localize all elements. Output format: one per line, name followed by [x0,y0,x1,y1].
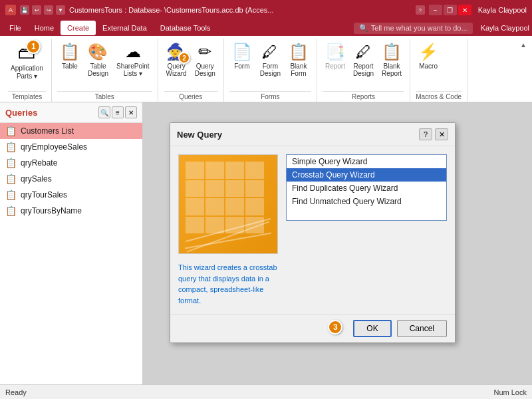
ribbon-collapse-area: ▲ [517,39,529,102]
macros-group-label: Macros & Code [416,91,462,102]
report-btn[interactable]: 📑 Report [323,41,348,71]
grid-cell [186,198,204,215]
preview-lines [179,227,277,253]
dialog-close-btn[interactable]: ✕ [435,128,448,140]
ribbon: 🗃 1 ApplicationParts ▾ Templates 📋 Table… [0,36,532,102]
table-label: Table [62,63,78,70]
table-design-btn[interactable]: 🎨 TableDesign [85,41,111,78]
sidebar-item-sales[interactable]: 📋 qrySales [0,171,142,187]
close-btn[interactable]: ✕ [458,5,471,15]
user-name: Kayla Claypool [478,6,527,14]
menu-external-data[interactable]: External Data [96,21,154,35]
report-label: Report [325,63,345,70]
form-design-icon: 🖊 [262,43,278,61]
reports-group-label: Reports [323,91,404,102]
sidebar-nav-btn[interactable]: ≡ [112,106,124,118]
ribbon-group-forms: 📄 Form 🖊 FormDesign 📋 BlankForm Forms [224,39,317,102]
table-design-label: TableDesign [88,63,108,77]
blank-form-btn[interactable]: 📋 BlankForm [286,41,311,78]
report-design-label: ReportDesign [353,63,374,77]
minimize-btn[interactable]: − [429,5,442,15]
query-icon-6: 📋 [5,205,17,216]
dialog-list-area: Simple Query Wizard Crosstab Query Wizar… [286,154,447,306]
main-area: Queries 🔍 ≡ ✕ 📋 Customers List 📋 qryEmpl… [0,102,532,384]
table-icon: 📋 [60,43,80,61]
query-icon-4: 📋 [5,174,17,184]
menu-create[interactable]: Create [61,21,96,35]
ribbon-group-queries: 🧙 2 QueryWizard ✏ QueryDesign Queries [158,39,224,102]
report-design-icon: 🖊 [356,43,372,61]
ok-button[interactable]: OK [353,320,391,337]
grid-cell [225,198,244,215]
cancel-button[interactable]: Cancel [397,320,447,337]
sharepoint-icon: ☁ [125,43,141,61]
macro-icon: ⚡ [418,43,438,61]
query-type-find-unmatched[interactable]: Find Unmatched Query Wizard [287,195,446,208]
macro-btn[interactable]: ⚡ Macro [416,41,441,71]
save-quick-btn[interactable]: 💾 [20,5,29,15]
sidebar-label-4: qrySales [21,174,52,184]
dialog-left-panel: This wizard creates a crosstab query tha… [178,154,278,306]
dialog-body: This wizard creates a crosstab query tha… [170,146,455,314]
query-type-crosstab[interactable]: Crosstab Query Wizard [287,168,446,182]
ribbon-group-macros: ⚡ Macro Macros & Code [410,39,467,102]
menubar: File Home Create External Data Database … [0,20,532,36]
query-type-find-duplicates[interactable]: Find Duplicates Query Wizard [287,182,446,195]
grid-cell [205,180,224,198]
sidebar-label-1: Customers List [21,126,74,136]
dialog-title: New Query [177,130,222,140]
menu-database-tools[interactable]: Database Tools [154,21,217,35]
query-icon-2: 📋 [5,142,17,152]
form-btn[interactable]: 📄 Form [229,41,255,71]
application-parts-icon-area: 🗃 1 [18,43,35,63]
ribbon-collapse-btn[interactable]: ▲ [520,41,527,49]
help-btn[interactable]: ? [416,5,425,15]
menu-file[interactable]: File [3,21,28,35]
sidebar-item-tours-by-name[interactable]: 📋 qryToursByName [0,203,142,219]
report-icon: 📑 [325,43,345,61]
sidebar-label-3: qryRebate [21,158,57,168]
sidebar-item-tour-sales[interactable]: 📋 qryTourSales [0,187,142,203]
application-parts-btn[interactable]: 🗃 1 ApplicationParts ▾ [8,41,46,82]
dialog-description: This wizard creates a crosstab query tha… [178,262,278,306]
query-icon-3: 📋 [5,158,17,168]
app-icon: A [5,5,16,15]
search-placeholder: Tell me what you want to do... [371,24,467,32]
ribbon-items-forms: 📄 Form 🖊 FormDesign 📋 BlankForm [229,39,311,90]
blank-report-icon: 📋 [382,43,402,61]
dialog-window-controls: ? ✕ [419,128,448,140]
sharepoint-lists-btn[interactable]: ☁ SharePointLists ▾ [114,41,152,78]
undo-btn[interactable]: ↩ [32,5,41,15]
form-design-btn[interactable]: 🖊 FormDesign [257,41,283,78]
customize-btn[interactable]: ▼ [56,5,65,15]
sidebar-item-employee-sales[interactable]: 📋 qryEmployeeSales [0,139,142,155]
form-label: Form [234,63,249,70]
titlebar-right: ? − ❐ ✕ Kayla Claypool [416,5,527,15]
menu-home[interactable]: Home [28,21,61,35]
sidebar-item-rebate[interactable]: 📋 qryRebate [0,155,142,171]
restore-btn[interactable]: ❐ [444,5,457,15]
sidebar-collapse-btn[interactable]: ✕ [125,106,137,118]
query-design-btn[interactable]: ✏ QueryDesign [192,41,218,78]
query-wizard-btn[interactable]: 🧙 2 QueryWizard [164,41,190,78]
query-type-simple[interactable]: Simple Query Wizard [287,155,446,168]
grid-cell [225,162,244,179]
blank-report-btn[interactable]: 📋 BlankReport [379,41,404,78]
redo-btn[interactable]: ↪ [44,5,53,15]
blank-form-label: BlankForm [290,63,307,77]
query-type-list[interactable]: Simple Query Wizard Crosstab Query Wizar… [286,154,447,221]
dialog-help-btn[interactable]: ? [419,128,432,140]
sidebar-search-btn[interactable]: 🔍 [98,106,110,118]
grid-cell [245,180,264,198]
query-design-icon: ✏ [198,43,211,61]
titlebar: A 💾 ↩ ↪ ▼ CustomersTours : Database- \Cu… [0,0,532,20]
quick-access-toolbar: 💾 ↩ ↪ ▼ [20,5,65,15]
tables-group-label: Tables [57,91,152,102]
query-preview-image [178,154,278,254]
sidebar-title: Queries [5,108,37,118]
search-bar[interactable]: 🔍 Tell me what you want to do... [354,23,473,34]
dialog-overlay: New Query ? ✕ [143,102,532,384]
table-btn[interactable]: 📋 Table [57,41,82,71]
report-design-btn[interactable]: 🖊 ReportDesign [350,41,376,78]
sidebar-item-customers-list[interactable]: 📋 Customers List [0,123,142,139]
